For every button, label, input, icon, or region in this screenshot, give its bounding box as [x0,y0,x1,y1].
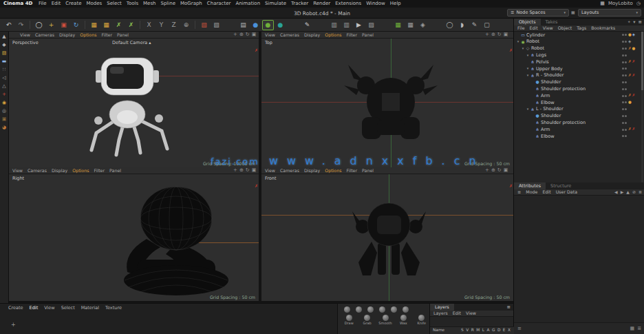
menu-item[interactable]: File [36,1,49,6]
scrollbar-thumb[interactable] [641,32,643,90]
object-label[interactable]: Legs [536,53,546,58]
search-icon[interactable]: ⌖ [628,20,631,25]
apps-icon[interactable]: ▦ [600,1,605,6]
viewport-menu-item[interactable]: Filter [94,169,105,173]
menu-item[interactable]: Extensions [333,1,364,6]
user-account-label[interactable]: MoyLobito [608,1,633,6]
objects-menu-item[interactable]: Edit [530,26,538,30]
layouts-dropdown[interactable]: Layouts ▾ [578,9,641,17]
object-tag-icon[interactable]: ✗ [628,60,632,64]
layers-menu-item[interactable]: Edit [453,311,461,315]
rotate-view-icon[interactable]: ↻ [497,32,502,37]
model-mode-icon[interactable]: ◆ [2,43,6,48]
viewport-menu-item[interactable]: View [265,169,275,173]
layer-flag-column[interactable]: R [471,328,474,333]
render-film-icon[interactable]: ▥ [328,20,340,30]
coord-system-icon[interactable]: ▦ [88,20,100,30]
back-icon[interactable]: ◀ [614,190,618,194]
object-tree-row[interactable]: ⋔ Elbow [514,133,644,140]
menu-item[interactable]: MoGraph [178,1,205,6]
object-tag-icon[interactable]: ✗ [632,127,636,132]
lock-z-icon[interactable]: Z [168,20,180,30]
objects-menu-item[interactable]: Object [558,26,572,30]
viewport-menu-item[interactable]: View [20,33,30,37]
edges-mode-icon[interactable]: ◁ [2,76,6,81]
brush-icon[interactable] [344,306,350,313]
add-material-icon[interactable]: + [11,322,16,328]
circle-spline-icon[interactable]: ◯ [444,20,455,30]
visibility-dots[interactable] [622,34,627,36]
close-icon[interactable]: ✗ [509,48,513,52]
pen-spline-icon[interactable]: ✎ [469,20,480,30]
viewport-filter-icon[interactable]: ◉ [2,101,6,105]
menu-item[interactable]: Simulate [263,1,289,6]
menu-item[interactable]: Render [311,1,333,6]
viewport-menu-item[interactable]: Display [52,169,67,173]
live-selection-icon[interactable]: ◯ [33,20,45,30]
maximize-view-icon[interactable]: ▣ [504,168,508,173]
brush-item[interactable]: Draw [341,315,356,325]
object-label[interactable]: Pelvis [536,60,549,65]
visibility-dots[interactable] [622,108,627,110]
object-tag-icon[interactable]: ◈ [632,33,635,37]
visibility-dots[interactable] [622,88,627,90]
tab-objects[interactable]: Objects [514,19,541,25]
object-label[interactable]: L - Shoulder [536,107,564,112]
object-tree-row[interactable]: ▾ ⋔ L - Shoulder [514,106,644,113]
layer-flag-column[interactable]: X [508,328,511,333]
object-tree-row[interactable]: ⋔ Pelvis ✗✗ [514,59,644,65]
layer-flag-column[interactable]: A [486,328,489,333]
rotate-view-icon[interactable]: ↻ [246,168,250,173]
object-tree-row[interactable]: ▾ ◇ Robot ✗● [514,45,644,52]
workplane-mode-icon[interactable]: ▬ [2,59,7,64]
render-settings-icon[interactable]: ● [262,20,274,30]
scale-tool-icon[interactable]: ▣ [58,20,69,30]
layer-flag-column[interactable]: L [482,328,484,333]
panel-menu-icon[interactable]: ≣ [637,326,641,331]
world-coords-icon[interactable]: ⊕ [180,20,192,30]
object-label[interactable]: Cylinder [526,33,545,38]
object-tree-row[interactable]: ▭ Cylinder ●◈ [514,32,644,39]
play-render-icon[interactable]: ▶ [353,20,365,30]
viewport-front[interactable]: Front ✗ Grid Spacing : 50 cm [261,174,513,301]
object-tree-row[interactable]: ▾ ⋔ Legs [514,52,644,59]
object-tag-icon[interactable]: ◈ [628,40,631,44]
object-label[interactable]: Robot [531,46,544,51]
material-menu-item[interactable]: View [44,306,54,311]
viewport-menu-item[interactable]: Display [304,33,320,37]
object-tree-row[interactable]: ▾ ⋔ R - Shoulder ✗✗ [514,72,644,79]
visibility-dots[interactable] [622,95,627,97]
viewport-menu-item[interactable]: Cameras [280,33,299,37]
viewport-menu-item[interactable]: Options [325,33,341,37]
brush-icon[interactable]: ✎ [301,20,313,30]
clock-icon[interactable]: ◷ [636,1,641,6]
move-view-icon[interactable]: + [233,32,237,37]
object-tag-icon[interactable]: ● [628,33,632,37]
object-label[interactable]: Shoulder protection [541,87,586,92]
node-spaces-dropdown[interactable]: ≡ Node Spaces ▾ [507,9,569,17]
layer-flag-column[interactable]: M [476,328,480,333]
brush-icon[interactable] [402,306,409,313]
lock-icon[interactable]: ⊘ [632,190,636,194]
move-tool-icon[interactable]: + [45,20,57,30]
viewport-menu-item[interactable]: Filter [346,169,357,173]
objects-menu-item[interactable]: Tags [577,26,586,30]
cinema-ball-icon[interactable]: ◕ [2,125,6,130]
viewport-menu-item[interactable]: Panel [117,33,129,37]
close-icon[interactable]: ✗ [255,48,258,52]
visibility-dots[interactable] [622,61,627,63]
tab-structure[interactable]: Structure [546,184,576,189]
visibility-dots[interactable] [622,74,627,76]
tab-layers[interactable]: Layers [430,304,454,311]
picture-viewer-icon[interactable]: ▨ [365,20,377,30]
material-menu-item[interactable]: Material [81,306,99,311]
object-label[interactable]: Shoulder [541,114,561,118]
material-menu-item[interactable]: Create [8,306,23,311]
viewport-menu-item[interactable]: Filter [346,33,357,37]
viewport-menu-item[interactable]: Cameras [28,169,47,173]
object-tree-row[interactable]: ⋔ Arm ✗✗ [514,126,644,133]
move-view-icon[interactable]: + [485,32,489,37]
cube-primitive-icon[interactable]: ▢ [481,20,493,30]
brush-item[interactable]: Wax [396,315,411,325]
mograph-cloner-icon[interactable]: ▦ [405,20,416,30]
